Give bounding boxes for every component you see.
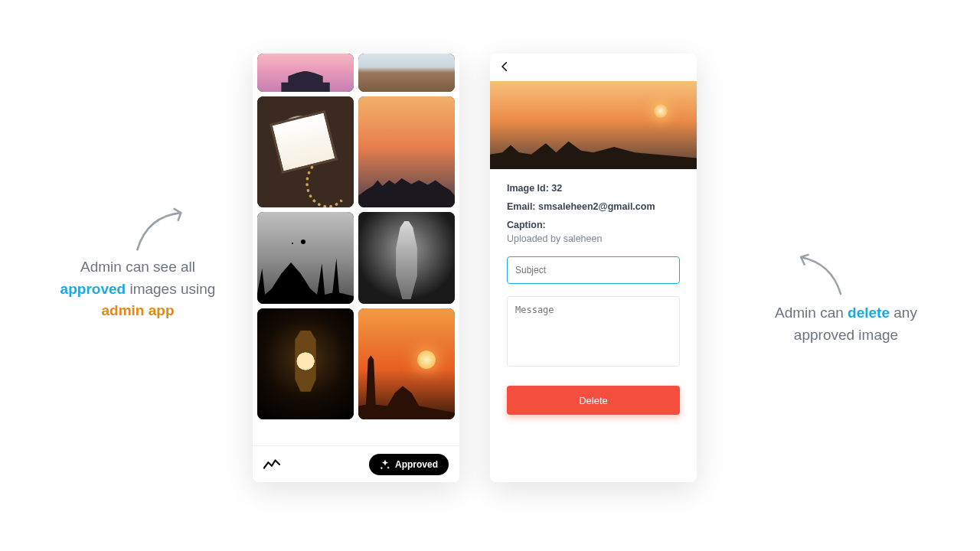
annotation-left: Admin can see all approved images using …	[54, 256, 222, 322]
thumb-mosque-dusk[interactable]	[257, 54, 354, 92]
annotation-left-pre: Admin can see all	[80, 259, 195, 275]
approved-filter-label: Approved	[395, 459, 438, 470]
thumb-desert-aerial[interactable]	[358, 54, 455, 92]
email-key: Email	[507, 201, 538, 212]
annotation-right-pre: Admin can	[775, 305, 848, 321]
caption-key: Caption	[507, 220, 543, 230]
detail-body: Image Id32 Emailsmsaleheen2@gmail.com Ca…	[490, 169, 697, 369]
bottom-nav: Approved	[253, 445, 459, 482]
back-icon[interactable]	[499, 60, 510, 76]
phone-detail: Image Id32 Emailsmsaleheen2@gmail.com Ca…	[490, 54, 697, 482]
thumb-minaret-sunset[interactable]	[358, 308, 455, 419]
detail-header	[490, 54, 697, 81]
thumb-book-beads[interactable]	[257, 96, 354, 207]
thumb-istanbul-sunset[interactable]	[358, 96, 455, 207]
email-row: Emailsmsaleheen2@gmail.com	[507, 201, 680, 212]
annotation-right: Admin can delete any approved image	[758, 302, 934, 346]
annotation-left-highlight-approved: approved	[60, 281, 126, 297]
email-value: smsaleheen2@gmail.com	[538, 201, 655, 212]
arrow-right-icon	[789, 249, 850, 302]
delete-button[interactable]: Delete	[507, 386, 680, 415]
analytics-icon[interactable]	[263, 455, 280, 473]
image-id-value: 32	[551, 183, 562, 194]
phone-gallery: Approved	[253, 54, 459, 482]
image-id-key: Image Id	[507, 183, 551, 194]
subject-input[interactable]	[507, 256, 680, 284]
thumb-lantern-night[interactable]	[257, 308, 354, 419]
thumb-praying-hands[interactable]	[358, 212, 455, 304]
annotation-left-mid: images using	[126, 281, 215, 297]
caption-row: Caption:	[507, 220, 680, 230]
detail-hero-image	[490, 81, 697, 169]
uploaded-by-label: Uploaded by saleheen	[507, 233, 680, 244]
message-input[interactable]	[507, 296, 680, 367]
sparkle-icon	[380, 459, 390, 470]
thumb-mosque-silhouette[interactable]	[257, 212, 354, 304]
annotation-right-highlight-delete: delete	[848, 305, 890, 321]
annotation-left-highlight-adminapp: admin app	[101, 302, 174, 318]
arrow-left-icon	[126, 203, 195, 256]
image-grid	[253, 54, 459, 445]
approved-filter-button[interactable]: Approved	[369, 454, 449, 475]
image-id-row: Image Id32	[507, 183, 680, 194]
